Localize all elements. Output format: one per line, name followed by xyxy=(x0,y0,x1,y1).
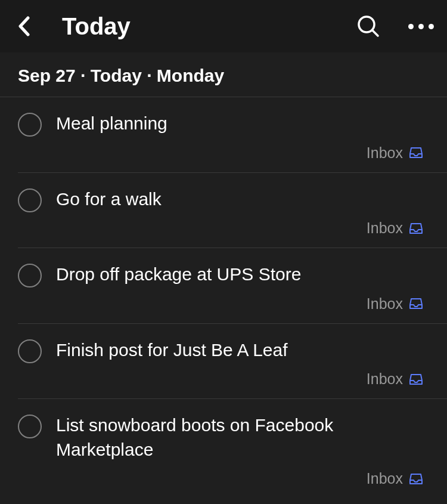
chevron-left-icon xyxy=(18,16,30,36)
date-section-header: Sep 27 · Today · Monday xyxy=(0,52,447,97)
date-label: Sep 27 · Today · Monday xyxy=(18,66,429,86)
task-content: Meal planning Inbox xyxy=(56,112,429,162)
more-button[interactable] xyxy=(404,10,437,43)
inbox-icon xyxy=(409,472,423,486)
task-title: List snowboard boots on Facebook Marketp… xyxy=(56,413,429,462)
task-checkbox[interactable] xyxy=(18,264,42,287)
inbox-icon xyxy=(409,297,423,310)
search-button[interactable] xyxy=(352,10,385,43)
task-project-label: Inbox xyxy=(367,219,403,237)
task-checkbox[interactable] xyxy=(18,188,42,212)
task-title: Drop off package at UPS Store xyxy=(56,262,429,287)
task-checkbox[interactable] xyxy=(18,415,42,438)
task-project-label: Inbox xyxy=(367,470,403,487)
task-content: Go for a walk Inbox xyxy=(56,187,429,237)
task-content: Finish post for Just Be A Leaf Inbox xyxy=(56,338,429,388)
task-item[interactable]: Go for a walk Inbox xyxy=(18,173,447,249)
inbox-icon xyxy=(409,146,423,159)
task-meta: Inbox xyxy=(56,295,429,313)
more-horizontal-icon xyxy=(408,24,434,29)
task-list: Meal planning Inbox Go for a walk Inbox xyxy=(0,97,447,498)
task-project-label: Inbox xyxy=(367,295,403,313)
task-title: Finish post for Just Be A Leaf xyxy=(56,338,429,363)
search-icon xyxy=(356,14,380,38)
task-item[interactable]: Drop off package at UPS Store Inbox xyxy=(18,248,447,324)
task-meta: Inbox xyxy=(56,144,429,162)
task-checkbox[interactable] xyxy=(18,339,42,363)
svg-line-1 xyxy=(372,30,378,36)
task-item[interactable]: List snowboard boots on Facebook Marketp… xyxy=(18,399,447,498)
task-meta: Inbox xyxy=(56,219,429,237)
task-meta: Inbox xyxy=(56,370,429,388)
task-content: Drop off package at UPS Store Inbox xyxy=(56,262,429,313)
inbox-icon xyxy=(409,373,423,386)
page-title: Today xyxy=(62,13,352,40)
inbox-icon xyxy=(409,222,423,235)
task-content: List snowboard boots on Facebook Marketp… xyxy=(56,413,429,487)
task-project-label: Inbox xyxy=(367,370,403,388)
header-bar: Today xyxy=(0,0,447,52)
task-item[interactable]: Meal planning Inbox xyxy=(18,97,447,173)
task-checkbox[interactable] xyxy=(18,113,42,137)
task-title: Go for a walk xyxy=(56,187,429,212)
back-button[interactable] xyxy=(10,12,38,41)
task-title: Meal planning xyxy=(56,112,429,136)
task-item[interactable]: Finish post for Just Be A Leaf Inbox xyxy=(18,324,447,400)
task-project-label: Inbox xyxy=(367,144,403,162)
task-meta: Inbox xyxy=(56,470,429,487)
